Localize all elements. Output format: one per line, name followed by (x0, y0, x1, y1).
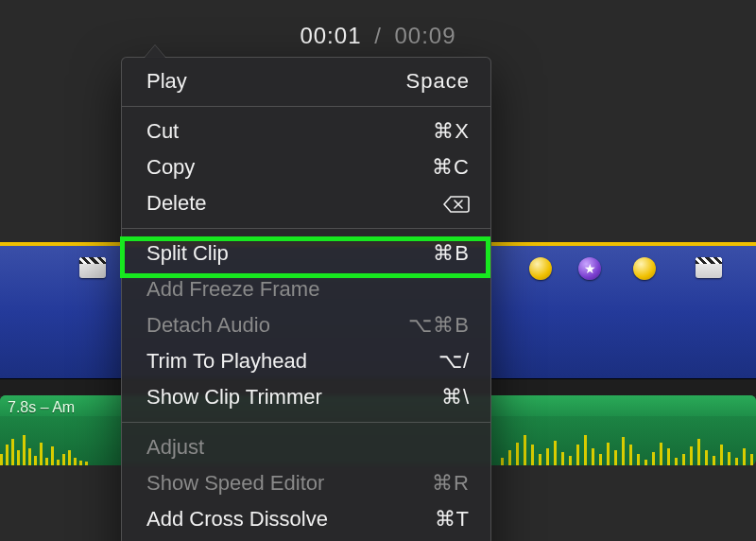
svg-rect-7 (40, 443, 43, 465)
svg-rect-12 (68, 450, 71, 465)
menu-item-shortcut: Space (406, 67, 470, 96)
svg-rect-47 (735, 458, 738, 465)
menu-item-add-freeze-frame[interactable]: Add Freeze Frame (122, 271, 490, 307)
svg-rect-15 (85, 462, 88, 465)
svg-rect-36 (652, 452, 655, 465)
svg-rect-24 (561, 452, 564, 465)
menu-item-label: Show Clip Trimmer (146, 383, 322, 411)
menu-item-label: Detach Audio (146, 311, 270, 340)
menu-item-shortcut: ⌥⌘B (408, 311, 470, 340)
svg-rect-32 (622, 437, 625, 465)
svg-rect-8 (45, 458, 48, 465)
clip-thumb-star-icon: ★ (578, 257, 601, 280)
svg-rect-31 (614, 450, 617, 465)
svg-rect-2 (11, 439, 14, 465)
svg-rect-4 (23, 435, 26, 465)
imovie-window: 00:01 / 00:09 ★ 7.8s – Am (0, 0, 756, 541)
svg-rect-29 (599, 454, 602, 465)
svg-rect-48 (743, 448, 746, 465)
menu-item-shortcut: ⌘X (433, 117, 470, 146)
timecode-readout: 00:01 / 00:09 (0, 23, 756, 49)
menu-item-add-cross-dissolve[interactable]: Add Cross Dissolve ⌘T (122, 501, 490, 537)
menu-item-trim-to-playhead[interactable]: Trim To Playhead ⌥/ (122, 343, 490, 379)
menu-item-label: Cut (146, 117, 179, 146)
svg-rect-49 (750, 454, 753, 465)
menu-item-shortcut: ⌘R (432, 469, 470, 497)
svg-rect-3 (17, 450, 20, 465)
menu-item-label: Split Clip (146, 239, 229, 268)
menu-item-label: Adjust (146, 433, 204, 462)
svg-rect-18 (516, 443, 519, 465)
menu-item-shortcut: ⌘\ (441, 383, 470, 411)
context-menu: Play Space Cut ⌘X Copy ⌘C Delete Split C… (121, 57, 491, 541)
svg-rect-6 (34, 456, 37, 465)
svg-rect-30 (607, 443, 610, 465)
svg-rect-34 (637, 454, 640, 465)
timecode-current: 00:01 (300, 23, 361, 48)
menu-item-copy[interactable]: Copy ⌘C (122, 149, 490, 185)
svg-rect-41 (690, 446, 693, 465)
svg-rect-39 (675, 458, 678, 465)
menu-item-label: Add Cross Dissolve (146, 505, 328, 533)
svg-rect-20 (531, 445, 534, 465)
clip-thumb-moon-icon (529, 257, 552, 280)
menu-item-shortcut: ⌥/ (438, 347, 470, 375)
menu-item-show-clip-trimmer[interactable]: Show Clip Trimmer ⌘\ (122, 379, 490, 415)
svg-rect-38 (667, 448, 670, 465)
timecode-total: 00:09 (395, 23, 456, 48)
context-menu-pointer (144, 45, 166, 59)
svg-rect-25 (569, 456, 572, 465)
menu-item-cut[interactable]: Cut ⌘X (122, 113, 490, 149)
svg-rect-28 (592, 448, 594, 465)
menu-item-split-clip[interactable]: Split Clip ⌘B (122, 236, 490, 271)
menu-item-shortcut: ⌘B (433, 239, 470, 268)
menu-separator (122, 106, 490, 107)
svg-rect-45 (720, 445, 723, 465)
svg-rect-13 (74, 458, 77, 465)
svg-rect-44 (713, 456, 715, 465)
svg-rect-22 (546, 448, 549, 465)
delete-backspace-icon (443, 195, 470, 212)
clip-thumb-clapper-icon (79, 257, 106, 278)
svg-rect-40 (682, 454, 685, 465)
clip-thumb-clapper-2-icon (696, 257, 722, 278)
menu-item-adjust[interactable]: Adjust (122, 429, 490, 465)
svg-rect-46 (728, 452, 730, 465)
svg-rect-5 (28, 448, 31, 465)
menu-item-label: Add Freeze Frame (146, 275, 319, 304)
menu-item-show-speed-editor[interactable]: Show Speed Editor ⌘R (122, 465, 490, 501)
audio-clip-label: 7.8s – Am (8, 397, 75, 418)
menu-separator (122, 228, 490, 229)
svg-rect-10 (57, 460, 60, 465)
menu-item-shortcut: ⌘T (435, 505, 470, 533)
svg-rect-1 (6, 445, 9, 465)
menu-item-delete[interactable]: Delete (122, 185, 490, 221)
svg-rect-14 (79, 461, 82, 465)
menu-item-detach-audio[interactable]: Detach Audio ⌥⌘B (122, 307, 490, 343)
timecode-separator: / (374, 23, 382, 48)
svg-rect-35 (644, 460, 647, 465)
svg-rect-9 (51, 446, 54, 465)
svg-rect-43 (705, 450, 708, 465)
svg-rect-33 (629, 445, 632, 465)
svg-rect-19 (524, 435, 526, 465)
svg-rect-26 (576, 445, 579, 465)
svg-rect-16 (501, 458, 504, 465)
svg-rect-17 (508, 450, 511, 465)
menu-item-label: Delete (146, 189, 207, 218)
menu-separator (122, 422, 490, 423)
svg-rect-21 (539, 454, 541, 465)
svg-rect-37 (660, 443, 662, 465)
svg-rect-23 (554, 441, 557, 465)
svg-rect-42 (697, 439, 700, 465)
svg-rect-11 (62, 454, 65, 465)
menu-item-label: Show Speed Editor (146, 469, 324, 497)
menu-item-label: Trim To Playhead (146, 347, 307, 375)
clip-thumb-dot-icon (633, 257, 656, 280)
menu-item-play[interactable]: Play Space (122, 63, 490, 99)
menu-item-shortcut: ⌘C (432, 153, 470, 182)
menu-item-label: Copy (146, 153, 195, 182)
svg-rect-27 (584, 435, 587, 465)
menu-item-label: Play (146, 67, 187, 96)
svg-rect-0 (0, 454, 3, 465)
